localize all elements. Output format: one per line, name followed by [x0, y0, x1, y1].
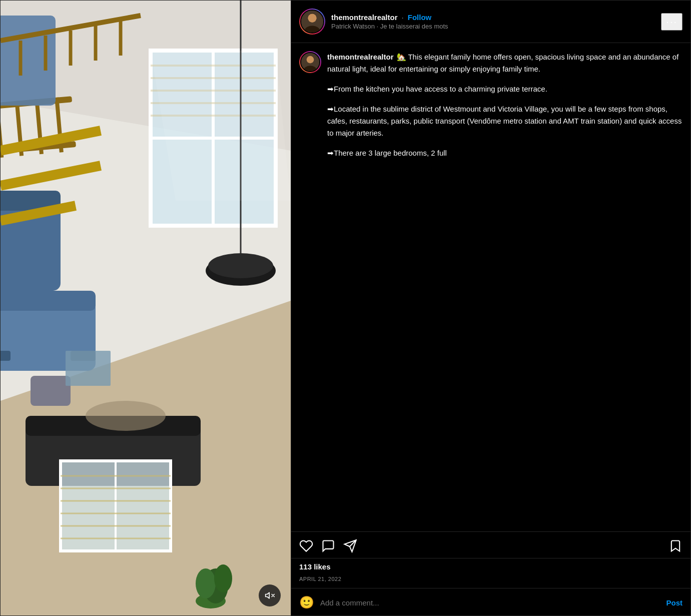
follow-button[interactable]: Follow: [408, 13, 432, 22]
mute-button[interactable]: [259, 584, 281, 606]
comment-icon: [321, 539, 335, 553]
caption-paragraph-4: ➡There are 3 large bedrooms, 2 full: [327, 147, 682, 159]
house-emoji: 🏡: [397, 53, 406, 61]
svg-point-29: [86, 401, 166, 431]
svg-rect-23: [1, 351, 11, 361]
svg-rect-30: [31, 376, 71, 406]
post-comment-button[interactable]: Post: [666, 598, 682, 607]
svg-rect-54: [66, 351, 111, 386]
avatar-wrapper: [299, 9, 325, 35]
likes-count: 113 likes: [299, 562, 682, 571]
heart-icon: [299, 539, 313, 553]
mute-icon: [265, 590, 275, 600]
paper-plane-icon: [343, 539, 357, 553]
caption-username: themontrealrealtor: [327, 53, 394, 61]
post-caption: themontrealrealtor🏡 This elegant family …: [291, 43, 690, 532]
room-scene: [1, 1, 291, 616]
avatar: [300, 10, 324, 34]
separator-dot: ·: [402, 13, 404, 22]
svg-point-42: [196, 568, 216, 598]
svg-point-20: [208, 253, 273, 278]
svg-rect-22: [1, 291, 96, 311]
like-button[interactable]: [299, 539, 313, 553]
post-image-panel: [1, 1, 291, 616]
bookmark-icon: [668, 539, 682, 553]
post-content-panel: themontrealrealtor · Follow Patrick Wats…: [291, 1, 690, 616]
caption-paragraph-2: ➡From the kitchen you have access to a c…: [327, 83, 682, 95]
likes-section: 113 likes: [291, 558, 690, 573]
caption-avatar: [300, 52, 320, 72]
header-subtitle: Patrick Watson · Je te laisserai des mot…: [331, 23, 655, 30]
comment-input[interactable]: [320, 598, 660, 607]
svg-point-61: [307, 56, 314, 64]
add-comment-section: 🙂 Post: [291, 588, 690, 616]
more-options-button[interactable]: ···: [661, 13, 682, 31]
emoji-button[interactable]: 🙂: [299, 595, 314, 609]
svg-point-59: [308, 14, 317, 23]
save-button[interactable]: [668, 539, 682, 553]
header-text: themontrealrealtor · Follow Patrick Wats…: [331, 13, 655, 30]
share-button[interactable]: [343, 539, 357, 553]
svg-point-43: [214, 564, 232, 592]
caption-header: themontrealrealtor🏡 This elegant family …: [299, 51, 682, 159]
post-header: themontrealrealtor · Follow Patrick Wats…: [291, 1, 690, 43]
header-top: themontrealrealtor · Follow: [331, 13, 655, 22]
post-actions: [291, 532, 690, 558]
caption-text-block: themontrealrealtor🏡 This elegant family …: [327, 51, 682, 159]
instagram-post: themontrealrealtor · Follow Patrick Wats…: [0, 0, 691, 616]
caption-paragraph-3: ➡Located in the sublime district of West…: [327, 103, 682, 139]
post-date: APRIL 21, 2022: [291, 576, 690, 588]
username: themontrealrealtor: [331, 13, 398, 22]
comment-button[interactable]: [321, 539, 335, 553]
caption-avatar-wrapper: [299, 51, 321, 73]
